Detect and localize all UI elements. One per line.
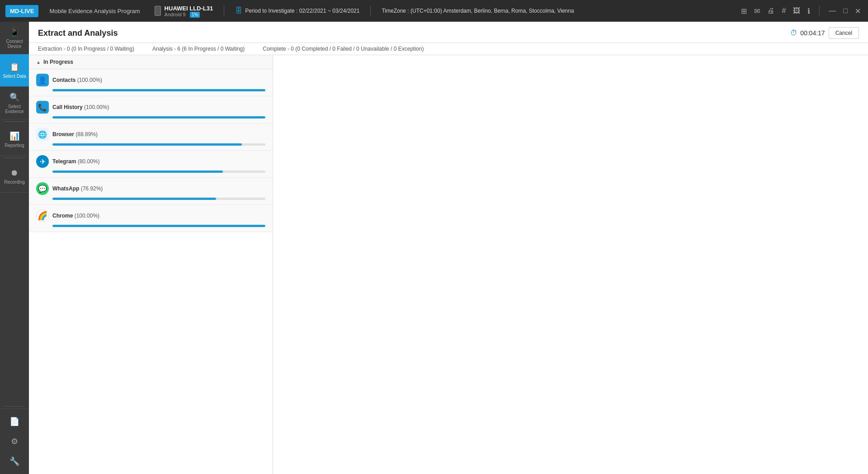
progress-content: ▲ In Progress 👤 Contacts (100.00%) 📞 Cal… bbox=[29, 55, 868, 474]
device-info: HUAWEI LLD-L31 Android 9 1% bbox=[155, 5, 213, 17]
content: Extract and Analysis ⏱ 00:04:17 Cancel E… bbox=[29, 22, 868, 474]
connect-device-icon: 📱 bbox=[9, 27, 19, 37]
gear-bottom-btn[interactable]: 🔧 bbox=[5, 452, 24, 470]
progress-bar-track-chrome bbox=[52, 225, 265, 227]
select-evidence-icon: 🔍 bbox=[9, 92, 19, 102]
progress-percent-contacts: (100.00%) bbox=[77, 77, 102, 83]
whatsapp-app-icon: 💬 bbox=[36, 182, 49, 195]
progress-item-header-call-history: 📞 Call History (100.00%) bbox=[36, 101, 265, 114]
progress-bar-track-call-history bbox=[52, 116, 265, 118]
topbar-right: ⊞ ✉ 🖨 # 🖼 ℹ — □ ✕ bbox=[739, 5, 863, 16]
timer-icon: ⏱ bbox=[790, 29, 797, 37]
progress-item-telegram: ✈ Telegram (80.00%) bbox=[29, 151, 273, 178]
sidebar-item-reporting[interactable]: 📊 Reporting bbox=[0, 123, 29, 156]
sidebar-label-select-evidence: Select Evidence bbox=[2, 104, 27, 114]
progress-bar-track-contacts bbox=[52, 89, 265, 91]
sidebar-label-reporting: Reporting bbox=[5, 143, 24, 148]
sidebar-item-select-evidence[interactable]: 🔍 Select Evidence bbox=[0, 87, 29, 119]
toolbar-btn-3[interactable]: 🖨 bbox=[765, 6, 776, 16]
chrome-app-icon: 🌈 bbox=[36, 209, 49, 222]
device-details: HUAWEI LLD-L31 Android 9 1% bbox=[165, 5, 213, 17]
topbar: MD-LIVE Mobile Evidence Analysis Program… bbox=[0, 0, 868, 22]
period-info: 🗄 Period to Investigate : 02/22/2021 ~ 0… bbox=[235, 7, 359, 15]
progress-label-chrome: Chrome (100.00%) bbox=[52, 213, 99, 219]
sidebar-label-connect-device: Connect Device bbox=[2, 39, 27, 49]
cancel-button[interactable]: Cancel bbox=[829, 27, 859, 39]
main-layout: 📱 Connect Device 📋 Select Data 🔍 Select … bbox=[0, 22, 868, 474]
progress-label-telegram: Telegram (80.00%) bbox=[52, 158, 100, 165]
toolbar-info[interactable]: ℹ bbox=[806, 6, 812, 16]
contacts-app-icon: 👤 bbox=[36, 74, 49, 86]
progress-bar-fill-chrome bbox=[52, 225, 265, 227]
collapse-icon[interactable]: ▲ bbox=[36, 60, 41, 65]
progress-item-contacts: 👤 Contacts (100.00%) bbox=[29, 69, 273, 96]
progress-item-header-whatsapp: 💬 WhatsApp (76.92%) bbox=[36, 182, 265, 195]
timezone-info: TimeZone : (UTC+01:00) Amsterdam, Berlin… bbox=[382, 8, 574, 14]
sidebar: 📱 Connect Device 📋 Select Data 🔍 Select … bbox=[0, 22, 29, 474]
app-logo: MD-LIVE bbox=[5, 5, 38, 17]
progress-percent-whatsapp: (76.92%) bbox=[81, 185, 103, 192]
progress-bar-fill-telegram bbox=[52, 171, 223, 173]
report-bottom-btn[interactable]: 📄 bbox=[5, 412, 24, 431]
progress-panel: ▲ In Progress 👤 Contacts (100.00%) 📞 Cal… bbox=[29, 55, 273, 474]
toolbar-btn-2[interactable]: ✉ bbox=[752, 6, 762, 16]
timer-display: ⏱ 00:04:17 bbox=[790, 29, 825, 37]
progress-bar-track-browser bbox=[52, 143, 265, 146]
complete-status: Complete - 0 (0 Completed / 0 Failed / 0… bbox=[263, 46, 424, 52]
section-label: In Progress bbox=[43, 59, 73, 65]
content-header: Extract and Analysis ⏱ 00:04:17 Cancel bbox=[29, 22, 868, 43]
sidebar-item-select-data[interactable]: 📋 Select Data bbox=[0, 54, 29, 87]
sidebar-spacer bbox=[0, 193, 29, 404]
progress-item-browser: 🌐 Browser (88.89%) bbox=[29, 123, 273, 151]
progress-item-header-contacts: 👤 Contacts (100.00%) bbox=[36, 74, 265, 86]
device-os: Android 9 1% bbox=[165, 12, 213, 17]
db-icon: 🗄 bbox=[235, 7, 242, 15]
progress-items-container: 👤 Contacts (100.00%) 📞 Call History (100… bbox=[29, 69, 273, 232]
sidebar-item-recording[interactable]: ⏺ Recording bbox=[0, 160, 29, 193]
sidebar-divider-2 bbox=[4, 158, 25, 158]
maximize-button[interactable]: □ bbox=[841, 6, 849, 16]
progress-bar-track-whatsapp bbox=[52, 198, 265, 200]
progress-bar-fill-browser bbox=[52, 143, 242, 146]
timer-value: 00:04:17 bbox=[800, 29, 825, 37]
battery-badge: 1% bbox=[190, 12, 200, 18]
progress-percent-call-history: (100.00%) bbox=[84, 104, 109, 110]
device-name: HUAWEI LLD-L31 bbox=[165, 5, 213, 12]
toolbar-btn-4[interactable]: # bbox=[780, 6, 788, 16]
section-header: ▲ In Progress bbox=[29, 55, 273, 69]
progress-bar-fill-contacts bbox=[52, 89, 265, 91]
period-label: Period to Investigate : 02/22/2021 ~ 03/… bbox=[245, 8, 359, 14]
page-title: Extract and Analysis bbox=[38, 28, 118, 38]
status-bar: Extraction - 0 (0 In Progress / 0 Waitin… bbox=[29, 43, 868, 55]
progress-bar-fill-call-history bbox=[52, 116, 265, 118]
browser-app-icon: 🌐 bbox=[36, 128, 49, 141]
minimize-button[interactable]: — bbox=[827, 6, 838, 16]
settings-bottom-btn[interactable]: ⚙ bbox=[5, 432, 24, 450]
progress-percent-telegram: (80.00%) bbox=[78, 158, 100, 165]
toolbar-btn-5[interactable]: 🖼 bbox=[791, 6, 802, 16]
progress-item-header-telegram: ✈ Telegram (80.00%) bbox=[36, 155, 265, 168]
analysis-status: Analysis - 6 (6 In Progress / 0 Waiting) bbox=[152, 46, 245, 52]
progress-item-whatsapp: 💬 WhatsApp (76.92%) bbox=[29, 178, 273, 205]
telegram-app-icon: ✈ bbox=[36, 155, 49, 168]
device-icon bbox=[155, 6, 161, 16]
close-button[interactable]: ✕ bbox=[853, 6, 863, 16]
sidebar-item-connect-device[interactable]: 📱 Connect Device bbox=[0, 22, 29, 54]
sidebar-divider-3 bbox=[4, 406, 25, 407]
reporting-icon: 📊 bbox=[9, 131, 19, 141]
progress-item-call-history: 📞 Call History (100.00%) bbox=[29, 96, 273, 123]
sidebar-label-recording: Recording bbox=[4, 180, 25, 185]
progress-label-browser: Browser (88.89%) bbox=[52, 131, 98, 137]
progress-percent-browser: (88.89%) bbox=[75, 131, 98, 137]
progress-label-call-history: Call History (100.00%) bbox=[52, 104, 109, 110]
separator-2 bbox=[370, 5, 371, 16]
progress-item-header-chrome: 🌈 Chrome (100.00%) bbox=[36, 209, 265, 222]
extraction-status: Extraction - 0 (0 In Progress / 0 Waitin… bbox=[38, 46, 134, 52]
timer-area: ⏱ 00:04:17 Cancel bbox=[790, 27, 859, 39]
progress-bar-fill-whatsapp bbox=[52, 198, 216, 200]
recording-icon: ⏺ bbox=[10, 168, 19, 178]
separator-1 bbox=[224, 5, 224, 16]
progress-label-whatsapp: WhatsApp (76.92%) bbox=[52, 185, 103, 192]
progress-label-contacts: Contacts (100.00%) bbox=[52, 77, 102, 83]
toolbar-btn-1[interactable]: ⊞ bbox=[739, 6, 749, 16]
